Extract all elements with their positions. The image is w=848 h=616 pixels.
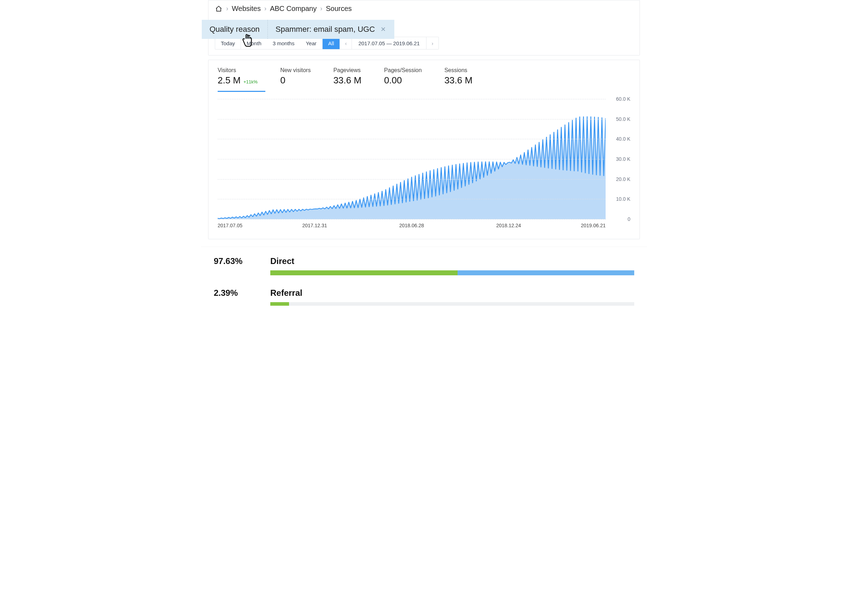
page-frame: Quality reason Spammer: email spam, UGC …: [201, 0, 647, 318]
metric-value: 33.6 M: [445, 75, 473, 86]
source-bar-segment: [270, 302, 289, 306]
chevron-right-icon: ›: [264, 5, 267, 12]
metric-visitors[interactable]: Visitors2.5 M+11k%: [218, 65, 265, 92]
home-icon[interactable]: [215, 5, 222, 13]
chart-x-tick: 2018.06.28: [399, 223, 424, 228]
chart-plot-area: [218, 99, 606, 219]
chevron-right-icon: ›: [226, 5, 228, 12]
chart-gridline: [218, 199, 606, 199]
source-row: 97.63%Direct: [214, 256, 634, 275]
range-next-icon[interactable]: ›: [427, 37, 439, 49]
chart-gridline: [218, 219, 606, 220]
chart-card: Visitors2.5 M+11k%New visitors0Pageviews…: [208, 60, 640, 239]
source-name: Direct: [270, 256, 634, 266]
chart-area-fill: [218, 117, 606, 219]
sources-card: 97.63%Direct2.39%Referral: [201, 247, 647, 318]
metric-pageviews[interactable]: Pageviews33.6 M: [333, 65, 369, 92]
breadcrumb-websites[interactable]: Websites: [232, 4, 261, 13]
source-percent: 97.63%: [214, 256, 260, 266]
visitors-chart: 010.0 K20.0 K30.0 K40.0 K50.0 K60.0 K 20…: [218, 99, 630, 233]
range-seg-3-months[interactable]: 3 months: [267, 37, 300, 49]
chart-y-tick: 50.0 K: [616, 116, 630, 122]
metric-value: 33.6 M: [333, 75, 362, 86]
metric-label: Visitors: [218, 67, 258, 74]
metric-label: Pageviews: [333, 67, 362, 74]
chart-gridline: [218, 119, 606, 119]
metric-new-visitors[interactable]: New visitors0: [280, 65, 318, 92]
chevron-right-icon: ›: [320, 5, 322, 12]
chart-x-tick: 2019.06.21: [581, 223, 606, 228]
chart-y-axis: 010.0 K20.0 K30.0 K40.0 K50.0 K60.0 K: [609, 99, 630, 219]
source-row: 2.39%Referral: [214, 288, 634, 306]
range-seg-all[interactable]: All: [323, 37, 340, 49]
metrics-tabs: Visitors2.5 M+11k%New visitors0Pageviews…: [218, 65, 630, 92]
chart-x-tick: 2018.12.24: [496, 223, 521, 228]
metric-sessions[interactable]: Sessions33.6 M: [445, 65, 480, 92]
pointer-cursor-icon: [240, 32, 256, 48]
source-percent: 2.39%: [214, 288, 260, 298]
chart-gridline: [218, 139, 606, 139]
source-bar-segment: [458, 270, 634, 275]
filter-row: Quality reason Spammer: email spam, UGC …: [202, 20, 394, 39]
range-prev-icon[interactable]: ‹: [340, 37, 352, 49]
breadcrumb: › Websites › ABC Company › Sources: [209, 0, 639, 16]
metric-pages-session[interactable]: Pages/Session0.00: [384, 65, 430, 92]
source-bar-segment: [270, 270, 458, 275]
chart-x-tick: 2017.12.31: [302, 223, 327, 228]
breadcrumb-company[interactable]: ABC Company: [270, 4, 317, 13]
range-seg-year[interactable]: Year: [300, 37, 322, 49]
chart-gridline: [218, 99, 606, 99]
source-name: Referral: [270, 288, 634, 298]
chart-y-tick: 30.0 K: [616, 156, 630, 162]
metric-label: Sessions: [445, 67, 473, 74]
filter-label-chip[interactable]: Quality reason: [202, 20, 267, 39]
breadcrumb-current: Sources: [326, 4, 351, 13]
filter-remove-icon[interactable]: ✕: [380, 25, 387, 33]
metric-value: 0.00: [384, 75, 402, 86]
chart-y-tick: 60.0 K: [616, 96, 630, 102]
chart-x-axis: 2017.07.052017.12.312018.06.282018.12.24…: [218, 223, 606, 231]
chart-y-tick: 0: [627, 216, 630, 222]
metric-delta: +11k%: [243, 79, 258, 85]
filter-value: Spammer: email spam, UGC: [276, 25, 375, 34]
range-date-label[interactable]: 2017.07.05 — 2019.06.21: [352, 37, 426, 49]
chart-x-tick: 2017.07.05: [218, 223, 242, 228]
filter-value-chip[interactable]: Spammer: email spam, UGC ✕: [267, 20, 394, 39]
source-bar: [270, 270, 634, 275]
metric-value: 2.5 M: [218, 75, 241, 86]
chart-y-tick: 20.0 K: [616, 177, 630, 182]
chart-gridline: [218, 159, 606, 159]
chart-y-tick: 40.0 K: [616, 136, 630, 142]
source-bar: [270, 302, 634, 306]
chart-y-tick: 10.0 K: [616, 196, 630, 202]
chart-gridline: [218, 179, 606, 180]
metric-label: New visitors: [280, 67, 311, 74]
metric-value: 0: [280, 75, 285, 86]
range-seg-today[interactable]: Today: [215, 37, 241, 49]
metric-label: Pages/Session: [384, 67, 422, 74]
